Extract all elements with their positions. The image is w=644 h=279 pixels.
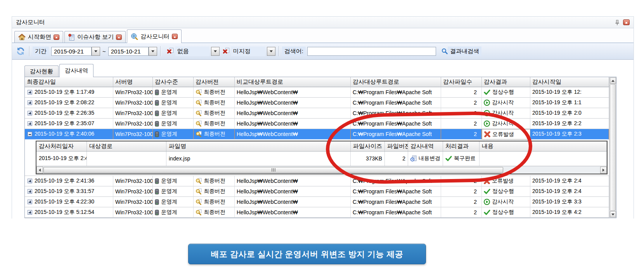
version-icon [196, 178, 202, 184]
play-icon [484, 100, 490, 106]
expand-plus-icon[interactable] [28, 111, 32, 115]
column-header[interactable]: 비교대상루트경로 [235, 77, 351, 87]
check-icon [484, 189, 490, 194]
column-header[interactable]: 감사수준 [153, 77, 194, 87]
filter-none-value[interactable]: 없음 [175, 46, 209, 56]
caption-banner: 배포 감사로 실시간 운영서버 위변조 방지 기능 제공 [188, 244, 426, 264]
table-row[interactable]: 2015-10-19 오후 1:17:49 Win7Pro32-100. 운영계… [25, 87, 609, 98]
table-row[interactable]: 2015-10-19 오후 2:41:36 Win7Pro32-100. 운영계… [25, 176, 609, 186]
toolbar-separator [160, 46, 161, 56]
search-in-results-button[interactable]: 결과내검색 [448, 46, 481, 56]
horizontal-scrollbar[interactable] [36, 166, 607, 174]
subtab-audit-history[interactable]: 감사내역 [59, 64, 93, 77]
table-row[interactable]: 2015-10-19 오후 3:31:57 Win7Pro32-100. 운영계… [25, 186, 609, 197]
window-title: 감사모니터 [16, 19, 45, 26]
server-icon [155, 90, 159, 95]
column-header[interactable]: 파일사이즈 [351, 141, 385, 151]
column-header[interactable]: 감사버전 [194, 77, 235, 87]
version-icon [196, 199, 202, 205]
date-from-dropdown[interactable] [92, 47, 100, 56]
expand-plus-icon[interactable] [28, 100, 32, 105]
date-to-field[interactable]: 2015-10-21 [108, 47, 149, 56]
tab-issues-view[interactable]: 이슈사항 보기 [64, 31, 126, 43]
scrollbar-thumb[interactable] [43, 167, 503, 173]
toolbar-separator [279, 46, 279, 56]
column-header[interactable]: 감사내역 [408, 141, 443, 151]
detail-row[interactable]: 2015-10-19 오후 2:40:09 index.jsp 373KB 2 … [36, 152, 607, 166]
expand-plus-icon[interactable] [28, 189, 32, 194]
clear-filter-icon [223, 48, 230, 55]
tab-label: 감사모니터 [140, 33, 170, 40]
column-header[interactable]: 감사결과 [482, 77, 530, 87]
tab-close-icon[interactable] [116, 34, 122, 40]
result-tab-strip: 감사현황 감사내역 [24, 64, 94, 77]
expand-plus-icon[interactable] [28, 121, 32, 126]
play-icon [484, 121, 490, 127]
version-icon [196, 209, 202, 215]
column-header[interactable]: 파일명 [166, 141, 351, 151]
table-header-row: 최종감사일 서버명 감사수준 감사버전 비교대상루트경로 감사대상루트경로 감사… [25, 77, 609, 87]
column-header[interactable]: 최종감사일 [25, 77, 113, 87]
filter-unspecified-value[interactable]: 미지정 [231, 46, 265, 56]
issues-icon [68, 34, 75, 41]
tab-close-icon[interactable] [54, 34, 59, 40]
play-icon [484, 199, 490, 205]
version-icon [196, 131, 202, 137]
column-header[interactable]: 감사시작일 [530, 77, 609, 87]
expand-plus-icon[interactable] [28, 200, 32, 204]
window-close-button[interactable] [623, 19, 630, 25]
pin-icon[interactable] [614, 19, 620, 26]
refresh-button[interactable] [15, 46, 26, 57]
search-label: 검색어: [282, 46, 306, 56]
error-icon [484, 178, 490, 184]
column-header[interactable]: 감사대상루트경로 [351, 77, 441, 87]
scroll-right-button[interactable] [600, 167, 607, 174]
table-row[interactable]: 2015-10-19 오후 4:22:30 Win7Pro32-100. 운영계… [25, 197, 609, 207]
filter-toolbar: 기간 2015-09-21 ~ 2015-10-21 없음 미지정 검색어: 결… [12, 43, 634, 60]
column-header[interactable]: 서버명 [113, 77, 153, 87]
check-icon [445, 156, 452, 161]
date-to-dropdown[interactable] [149, 47, 157, 56]
tab-start-screen[interactable]: 시작화면 [14, 31, 63, 43]
check-icon [484, 210, 490, 215]
content-change-icon [410, 155, 417, 162]
subtab-audit-status[interactable]: 감사현황 [24, 65, 59, 77]
table-row[interactable]: 2015-10-19 오후 2:08:22 Win7Pro32-100. 운영계… [25, 98, 609, 108]
filter-unspecified-dropdown[interactable] [267, 47, 275, 56]
period-label: 기간 [33, 46, 49, 56]
table-row[interactable]: 2015-10-19 오후 2:35:07 Win7Pro32-100. 운영계… [25, 119, 609, 129]
title-bar: 감사모니터 [12, 17, 634, 28]
scroll-left-button[interactable] [36, 167, 43, 174]
date-from-field[interactable]: 2015-09-21 [51, 47, 92, 56]
tab-audit-monitor[interactable]: 감사모니터 [127, 29, 182, 43]
expand-plus-icon[interactable] [28, 210, 32, 215]
filter-none-dropdown[interactable] [211, 47, 220, 56]
home-icon [18, 34, 26, 40]
column-header[interactable]: 내용 [480, 141, 607, 151]
server-icon [155, 178, 159, 184]
tilde-label: ~ [102, 48, 106, 55]
search-input[interactable] [307, 47, 436, 56]
table-row[interactable]: 2015-10-19 오후 2:26:35 Win7Pro32-100. 운영계… [25, 108, 609, 119]
tab-close-icon[interactable] [172, 34, 178, 39]
scrollbar-thumb[interactable] [610, 84, 616, 211]
column-header[interactable]: 감사처리일자 [36, 141, 87, 151]
vertical-scrollbar[interactable] [609, 77, 616, 218]
scroll-up-button[interactable] [610, 78, 616, 84]
server-icon [155, 131, 159, 137]
check-icon [484, 90, 490, 95]
table-row-selected[interactable]: 2015-10-19 오후 2:40:06 Win7Pro32-100. 운영계… [25, 129, 609, 140]
server-icon [155, 189, 159, 195]
column-header[interactable]: 대상경로 [87, 141, 166, 151]
scroll-down-button[interactable] [610, 211, 616, 217]
expand-plus-icon[interactable] [28, 90, 32, 95]
collapse-minus-icon[interactable] [28, 132, 32, 136]
audit-monitor-window: 감사모니터 시작화면 이슈사항 보기 감사모니터 [12, 16, 634, 219]
column-header[interactable]: 감사파일수 [441, 77, 482, 87]
tab-label: 시작화면 [28, 33, 51, 41]
column-header[interactable]: 파일버전 [385, 141, 408, 151]
table-row[interactable]: 2015-10-19 오후 5:12:54 Win7Pro32-100. 운영계… [25, 207, 609, 218]
document-tab-strip: 시작화면 이슈사항 보기 감사모니터 [12, 28, 634, 43]
expand-plus-icon[interactable] [28, 179, 32, 183]
column-header[interactable]: 처리결과 [443, 141, 480, 151]
